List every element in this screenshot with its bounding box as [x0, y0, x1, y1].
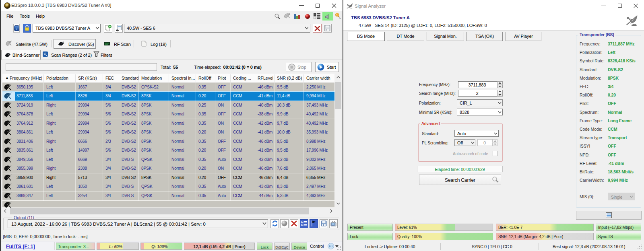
svg-text:i: i [16, 26, 17, 31]
